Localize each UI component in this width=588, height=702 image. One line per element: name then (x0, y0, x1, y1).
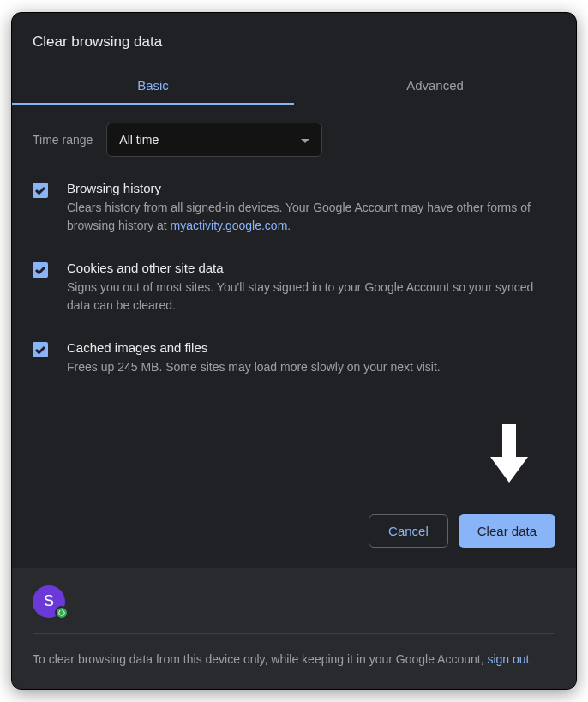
option-cookies: Cookies and other site data Signs you ou… (33, 261, 555, 315)
tab-basic[interactable]: Basic (12, 66, 294, 105)
dialog-buttons: Cancel Clear data (12, 514, 576, 568)
avatar[interactable]: S (33, 585, 65, 618)
time-range-value: All time (119, 133, 159, 147)
check-icon (34, 184, 46, 196)
check-icon (34, 264, 46, 276)
myactivity-link[interactable]: myactivity.google.com (171, 219, 288, 232)
sync-icon (55, 606, 69, 620)
divider (33, 633, 555, 634)
check-icon (34, 344, 46, 356)
clear-browsing-data-dialog: Clear browsing data Basic Advanced Time … (11, 12, 577, 690)
dialog-title: Clear browsing data (12, 13, 576, 66)
time-range-select[interactable]: All time (106, 123, 322, 157)
option-title: Browsing history (67, 181, 555, 195)
footer-text: To clear browsing data from this device … (33, 650, 555, 669)
option-desc: Frees up 245 MB. Some sites may load mor… (67, 358, 555, 376)
tab-advanced[interactable]: Advanced (294, 66, 576, 105)
option-text: Cookies and other site data Signs you ou… (67, 261, 555, 315)
cancel-button[interactable]: Cancel (369, 514, 448, 548)
checkbox-cache[interactable] (33, 342, 48, 357)
option-text: Cached images and files Frees up 245 MB.… (67, 340, 555, 376)
clear-data-button[interactable]: Clear data (459, 514, 555, 548)
option-text: Browsing history Clears history from all… (67, 181, 555, 235)
option-desc: Clears history from all signed-in device… (67, 199, 555, 235)
avatar-row: S (33, 585, 555, 618)
option-browsing-history: Browsing history Clears history from all… (33, 181, 555, 235)
checkbox-browsing-history[interactable] (33, 183, 48, 198)
time-range-row: Time range All time (33, 123, 555, 157)
option-title: Cached images and files (67, 340, 555, 355)
dialog-content: Time range All time Browsing history Cle… (12, 105, 576, 514)
tabs: Basic Advanced (12, 66, 576, 105)
option-desc: Signs you out of most sites. You'll stay… (67, 279, 555, 315)
time-range-label: Time range (33, 133, 93, 147)
avatar-letter: S (44, 592, 54, 610)
checkbox-cookies[interactable] (33, 262, 48, 278)
dialog-footer: S To clear browsing data from this devic… (12, 568, 576, 689)
option-title: Cookies and other site data (67, 261, 555, 275)
chevron-down-icon (301, 132, 309, 147)
sign-out-link[interactable]: sign out (487, 652, 529, 666)
option-cache: Cached images and files Frees up 245 MB.… (33, 340, 555, 376)
